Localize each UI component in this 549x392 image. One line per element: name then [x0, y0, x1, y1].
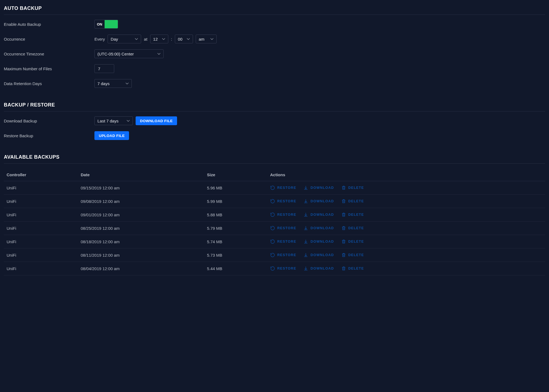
delete-label: DELETE: [348, 186, 364, 190]
cell-controller: UniFi: [4, 181, 78, 195]
cell-size: 5.96 MB: [204, 181, 267, 195]
download-label: DOWNLOAD: [310, 199, 334, 203]
download-label: DOWNLOAD: [310, 213, 334, 217]
section-divider: [4, 111, 545, 111]
cell-date: 09/15/2019 12:00 am: [78, 181, 204, 195]
max-files-input[interactable]: [97, 66, 111, 71]
cell-date: 09/08/2019 12:00 am: [78, 195, 204, 208]
download-action[interactable]: DOWNLOAD: [303, 212, 334, 217]
delete-action[interactable]: DELETE: [341, 199, 364, 204]
download-action[interactable]: DOWNLOAD: [303, 226, 334, 231]
table-row[interactable]: UniFi09/15/2019 12:00 am5.96 MBRESTOREDO…: [4, 181, 545, 195]
trash-icon: [341, 212, 346, 217]
delete-action[interactable]: DELETE: [341, 266, 364, 271]
restore-icon: [270, 212, 275, 217]
delete-action[interactable]: DELETE: [341, 212, 364, 217]
delete-action[interactable]: DELETE: [341, 239, 364, 244]
restore-label: RESTORE: [277, 267, 296, 270]
download-action[interactable]: DOWNLOAD: [303, 253, 334, 257]
restore-icon: [270, 185, 275, 190]
delete-label: DELETE: [348, 267, 364, 270]
chevron-down-icon: [127, 119, 130, 122]
download-label: DOWNLOAD: [310, 226, 334, 230]
section-title-auto-backup: AUTO BACKUP: [4, 5, 545, 14]
download-icon: [303, 253, 308, 257]
max-files-input-wrap: [94, 64, 114, 73]
download-action[interactable]: DOWNLOAD: [303, 266, 334, 271]
table-row[interactable]: UniFi08/11/2019 12:00 am5.73 MBRESTOREDO…: [4, 248, 545, 262]
table-row[interactable]: UniFi08/04/2019 12:00 am5.44 MBRESTOREDO…: [4, 262, 545, 275]
cell-actions: RESTOREDOWNLOADDELETE: [267, 248, 545, 262]
download-range-select[interactable]: Last 7 days: [94, 116, 133, 125]
hour-select[interactable]: 12: [150, 35, 168, 43]
restore-action[interactable]: RESTORE: [270, 266, 296, 271]
trash-icon: [341, 226, 346, 231]
restore-label: RESTORE: [277, 213, 296, 217]
cell-size: 5.44 MB: [204, 262, 267, 275]
download-action[interactable]: DOWNLOAD: [303, 199, 334, 204]
field-max-files: Maximum Number of Files: [4, 64, 545, 73]
section-divider: [4, 15, 545, 15]
delete-action[interactable]: DELETE: [341, 253, 364, 257]
download-label: DOWNLOAD: [310, 240, 334, 243]
table-row[interactable]: UniFi09/01/2019 12:00 am5.88 MBRESTOREDO…: [4, 208, 545, 222]
field-enable-auto-backup: Enable Auto Backup ON: [4, 20, 545, 29]
cell-controller: UniFi: [4, 235, 78, 248]
table-row[interactable]: UniFi08/18/2019 12:00 am5.74 MBRESTOREDO…: [4, 235, 545, 248]
restore-action[interactable]: RESTORE: [270, 212, 296, 217]
cell-actions: RESTOREDOWNLOADDELETE: [267, 195, 545, 208]
field-download-backup: Download Backup Last 7 days DOWNLOAD FIL…: [4, 116, 545, 125]
occurrence-label: Occurrence: [4, 37, 94, 41]
restore-action[interactable]: RESTORE: [270, 185, 296, 190]
every-text: Every: [94, 37, 105, 41]
restore-action[interactable]: RESTORE: [270, 253, 296, 257]
cell-date: 08/04/2019 12:00 am: [78, 262, 204, 275]
retention-value: 7 days: [97, 81, 110, 86]
table-row[interactable]: UniFi09/08/2019 12:00 am5.99 MBRESTOREDO…: [4, 195, 545, 208]
restore-backup-label: Restore Backup: [4, 133, 94, 138]
cell-controller: UniFi: [4, 208, 78, 222]
download-icon: [303, 226, 308, 231]
cell-date: 08/25/2019 12:00 am: [78, 222, 204, 235]
section-divider: [4, 163, 545, 164]
minute-value: 00: [178, 37, 183, 41]
cell-actions: RESTOREDOWNLOADDELETE: [267, 222, 545, 235]
download-action[interactable]: DOWNLOAD: [303, 239, 334, 244]
time-colon: :: [171, 37, 172, 41]
restore-action[interactable]: RESTORE: [270, 199, 296, 204]
delete-action[interactable]: DELETE: [341, 226, 364, 231]
cell-controller: UniFi: [4, 222, 78, 235]
cell-actions: RESTOREDOWNLOADDELETE: [267, 181, 545, 195]
minute-select[interactable]: 00: [175, 35, 193, 43]
retention-select[interactable]: 7 days: [94, 79, 132, 88]
delete-label: DELETE: [348, 240, 364, 243]
cell-date: 09/01/2019 12:00 am: [78, 208, 204, 222]
restore-icon: [270, 226, 275, 231]
auto-backup-toggle[interactable]: ON: [94, 20, 118, 29]
retention-label: Data Retention Days: [4, 81, 94, 86]
restore-label: RESTORE: [277, 186, 296, 190]
delete-action[interactable]: DELETE: [341, 185, 364, 190]
ampm-select[interactable]: am: [196, 35, 217, 43]
chevron-down-icon: [125, 82, 129, 85]
restore-action[interactable]: RESTORE: [270, 226, 296, 231]
field-retention: Data Retention Days 7 days: [4, 79, 545, 88]
delete-label: DELETE: [348, 199, 364, 203]
field-timezone: Occurrence Timezone (UTC-05:00) Center: [4, 49, 545, 58]
restore-label: RESTORE: [277, 253, 296, 257]
download-action[interactable]: DOWNLOAD: [303, 185, 334, 190]
hour-value: 12: [153, 37, 158, 41]
download-file-button[interactable]: DOWNLOAD FILE: [136, 116, 177, 125]
table-row[interactable]: UniFi08/25/2019 12:00 am5.79 MBRESTOREDO…: [4, 222, 545, 235]
chevron-down-icon: [162, 37, 165, 41]
trash-icon: [341, 239, 346, 244]
timezone-select[interactable]: (UTC-05:00) Center: [94, 49, 164, 58]
cell-controller: UniFi: [4, 262, 78, 275]
frequency-select[interactable]: Day: [108, 35, 141, 43]
cell-date: 08/11/2019 12:00 am: [78, 248, 204, 262]
download-icon: [303, 185, 308, 190]
upload-file-button[interactable]: UPLOAD FILE: [94, 131, 129, 140]
col-size: Size: [204, 169, 267, 181]
restore-action[interactable]: RESTORE: [270, 239, 296, 244]
download-label: DOWNLOAD: [310, 267, 334, 270]
